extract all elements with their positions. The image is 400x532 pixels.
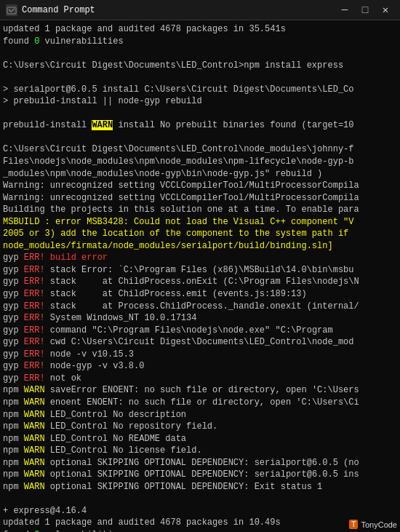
terminal-line: gyp ERR! cwd C:\Users\Circuit Digest\Doc… [3,336,397,349]
terminal-line: npm WARN LED_Control No license field. [3,445,397,457]
terminal-line [3,493,397,505]
terminal-line: prebuild-install WARN install No prebuil… [3,119,397,132]
terminal-line: found 0 vulnerabilities [3,36,397,48]
terminal-line: Warning: unrecognized setting VCCLCompil… [3,192,397,205]
watermark: T TonyCode [349,520,397,529]
terminal-line: npm WARN optional SKIPPING OPTIONAL DEPE… [3,457,397,469]
terminal-line: npm WARN LED_Control No README data [3,433,397,445]
terminal-line: gyp ERR! stack at Process.ChildProcess._… [3,301,397,313]
terminal-line [3,71,397,84]
terminal-line: > prebuild-install || node-gyp rebuild [3,95,397,108]
terminal-line: Warning: unrecognized setting VCCLCompil… [3,180,397,192]
terminal-line: gyp ERR! System Windows_NT 10.0.17134 [3,312,397,325]
terminal-line: updated 1 package and audited 4678 packa… [3,23,397,36]
terminal-line: gyp ERR! command "C:\Program Files\nodej… [3,325,397,337]
terminal-line: gyp ERR! node-gyp -v v3.8.0 [3,360,397,373]
window-title: Command Prompt [22,5,336,15]
terminal-line: _modules\npm\node_modules\node-gyp\bin\n… [3,168,397,180]
terminal-line: gyp ERR! stack at ChildProcess.emit (eve… [3,288,397,301]
terminal-line [3,108,397,120]
maximize-button[interactable]: □ [356,3,374,17]
terminal-line [3,47,397,60]
terminal-line: found 0 vulnerabilities [3,529,397,532]
terminal-line: + express@4.16.4 [3,505,397,517]
terminal-line: gyp ERR! stack Error: `C:\Program Files … [3,264,397,277]
watermark-logo: T [349,520,358,529]
window-controls: ─ □ ✕ [336,3,394,17]
terminal-line: 2005 or 3) add the location of the compo… [3,228,397,240]
terminal-line [3,132,397,144]
terminal-line: gyp ERR! build error [3,252,397,264]
terminal-line: npm WARN LED_Control No repository field… [3,421,397,433]
terminal-line: npm WARN optional SKIPPING OPTIONAL DEPE… [3,469,397,481]
terminal-line: gyp ERR! stack at ChildProcess.onExit (C… [3,276,397,288]
terminal-line: npm WARN LED_Control No description [3,409,397,421]
titlebar: Command Prompt ─ □ ✕ [0,0,400,20]
terminal-line: npm WARN enoent ENOENT: no such file or … [3,397,397,409]
terminal-line: gyp ERR! not ok [3,373,397,385]
app-icon [6,4,17,16]
terminal-output: updated 1 package and audited 4678 packa… [0,20,400,532]
terminal-line: C:\Users\Circuit Digest\Documents\LED_Co… [3,60,397,72]
terminal-line: gyp ERR! node -v v10.15.3 [3,349,397,361]
terminal-line: Building the projects in this solution o… [3,204,397,216]
close-button[interactable]: ✕ [377,3,394,17]
watermark-text: TonyCode [361,520,397,529]
terminal-line: Files\nodejs\node_modules\npm\node_modul… [3,156,397,168]
terminal-line: updated 1 package and audited 4678 packa… [3,517,397,529]
terminal-line: MSBUILD : error MSB3428: Could not load … [3,216,397,229]
minimize-button[interactable]: ─ [336,3,353,17]
terminal-line: npm WARN saveError ENOENT: no such file … [3,384,397,397]
terminal-line: node_modules/firmata/node_modules/serial… [3,240,397,253]
terminal-line: > serialport@6.0.5 install C:\Users\Circ… [3,84,397,96]
terminal-line: npm WARN optional SKIPPING OPTIONAL DEPE… [3,481,397,493]
terminal-line: C:\Users\Circuit Digest\Documents\LED_Co… [3,143,397,156]
